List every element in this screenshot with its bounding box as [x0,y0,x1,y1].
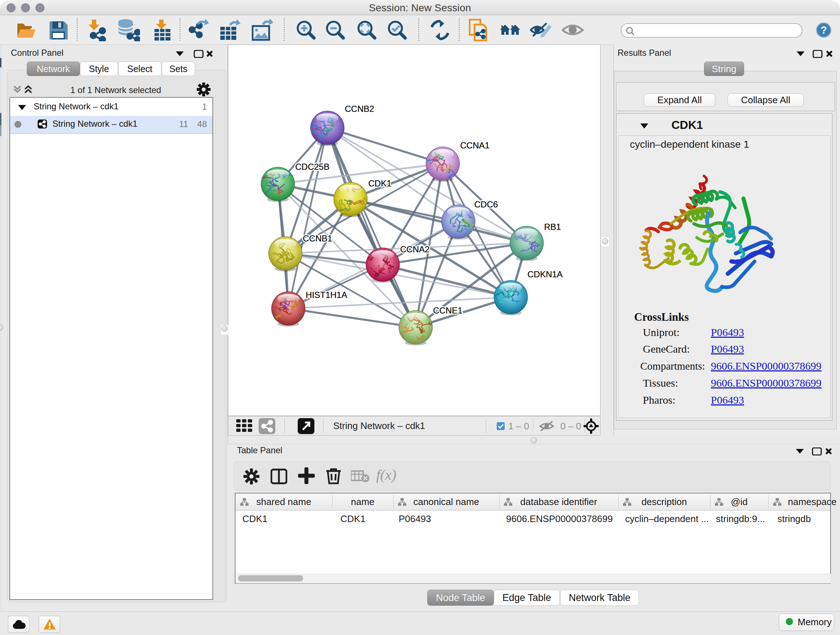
svg-text:CCNE1: CCNE1 [433,306,462,315]
svg-text:HIST1H1A: HIST1H1A [306,290,347,300]
svg-text:CDKN1A: CDKN1A [527,269,562,279]
svg-text:CCNA1: CCNA1 [460,141,489,150]
svg-text:CDK1: CDK1 [368,179,392,188]
svg-text:CDC25B: CDC25B [295,162,330,172]
svg-text:CCNB1: CCNB1 [303,233,332,243]
svg-text:CDC6: CDC6 [474,200,498,209]
svg-text:RB1: RB1 [544,222,561,232]
svg-text:CCNA2: CCNA2 [400,244,429,254]
svg-text:CCNB2: CCNB2 [345,104,374,114]
